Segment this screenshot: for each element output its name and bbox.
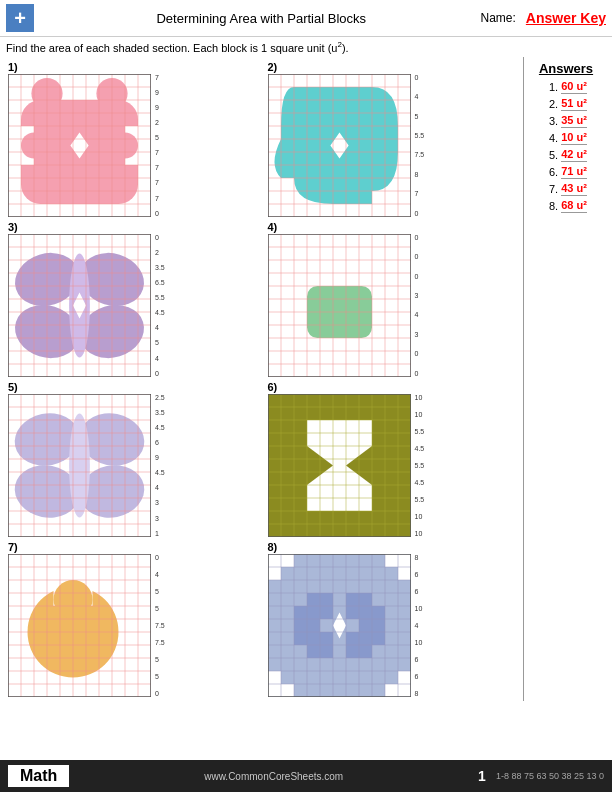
header-name-label: Name: xyxy=(481,11,516,25)
problem-5: 5) 2.53.54.5694.54331 xyxy=(8,381,260,537)
problem-4-numbers: 00034300 xyxy=(413,234,419,377)
answer-number: 8. xyxy=(542,200,558,212)
problem-2: 2) 0455.57.5870 xyxy=(268,61,520,217)
problem-1-label: 1) xyxy=(8,61,260,73)
answer-value: 42 u² xyxy=(561,148,587,162)
answer-number: 5. xyxy=(542,149,558,161)
answer-item: 5. 42 u² xyxy=(542,148,590,162)
problem-1: 1) 7992577770 xyxy=(8,61,260,217)
problem-7-canvas xyxy=(8,554,151,697)
problem-8-label: 8) xyxy=(268,541,520,553)
answer-value: 43 u² xyxy=(561,182,587,196)
answer-value: 71 u² xyxy=(561,165,587,179)
problem-3: 3) 023.56.55.54.54540 xyxy=(8,221,260,377)
problem-4-label: 4) xyxy=(268,221,520,233)
problem-7-numbers: 04557.57.5550 xyxy=(153,554,165,697)
answer-number: 7. xyxy=(542,183,558,195)
problem-1-canvas xyxy=(8,74,151,217)
problem-3-canvas xyxy=(8,234,151,377)
problem-3-label: 3) xyxy=(8,221,260,233)
answer-list: 1. 60 u²2. 51 u²3. 35 u²4. 10 u²5. 42 u²… xyxy=(542,80,590,216)
problem-8-canvas xyxy=(268,554,411,697)
problem-6: 6) 10105.54.55.54.55.51010 xyxy=(268,381,520,537)
answer-number: 2. xyxy=(542,98,558,110)
header-title: Determining Area with Partial Blocks xyxy=(42,11,481,26)
problem-8-numbers: 86610410668 xyxy=(413,554,423,697)
answer-number: 6. xyxy=(542,166,558,178)
answer-key-label: Answer Key xyxy=(526,10,606,26)
problems-grid: 1) 7992577770 2) 0455.57.5870 3) xyxy=(4,57,523,701)
problem-5-numbers: 2.53.54.5694.54331 xyxy=(153,394,165,537)
problem-7: 7) 04557.57.5550 xyxy=(8,541,260,697)
content: 1) 7992577770 2) 0455.57.5870 3) xyxy=(0,57,612,701)
problem-2-canvas xyxy=(268,74,411,217)
answer-number: 1. xyxy=(542,81,558,93)
problem-8: 8) 86610410668 xyxy=(268,541,520,697)
problem-2-label: 2) xyxy=(268,61,520,73)
instructions: Find the area of each shaded section. Ea… xyxy=(0,37,612,57)
answer-value: 60 u² xyxy=(561,80,587,94)
answer-value: 10 u² xyxy=(561,131,587,145)
problem-4: 4) 00034300 xyxy=(268,221,520,377)
problem-6-numbers: 10105.54.55.54.55.51010 xyxy=(413,394,425,537)
answer-number: 3. xyxy=(542,115,558,127)
header-icon xyxy=(6,4,34,32)
answer-item: 1. 60 u² xyxy=(542,80,590,94)
answer-value: 51 u² xyxy=(561,97,587,111)
answer-item: 6. 71 u² xyxy=(542,165,590,179)
answer-panel: Answers 1. 60 u²2. 51 u²3. 35 u²4. 10 u²… xyxy=(523,57,608,701)
answer-number: 4. xyxy=(542,132,558,144)
problem-7-label: 7) xyxy=(8,541,260,553)
header: Determining Area with Partial Blocks Nam… xyxy=(0,0,612,37)
footer-url: www.CommonCoreSheets.com xyxy=(79,771,468,782)
footer: Math www.CommonCoreSheets.com 1 1-8 88 7… xyxy=(0,760,612,792)
problem-5-label: 5) xyxy=(8,381,260,393)
answer-value: 68 u² xyxy=(561,199,587,213)
problem-6-canvas xyxy=(268,394,411,537)
problem-1-numbers: 7992577770 xyxy=(153,74,159,217)
problem-2-numbers: 0455.57.5870 xyxy=(413,74,425,217)
answer-item: 8. 68 u² xyxy=(542,199,590,213)
footer-page: 1 xyxy=(478,768,486,784)
problem-6-label: 6) xyxy=(268,381,520,393)
answer-item: 3. 35 u² xyxy=(542,114,590,128)
answer-item: 2. 51 u² xyxy=(542,97,590,111)
problem-3-numbers: 023.56.55.54.54540 xyxy=(153,234,165,377)
footer-scores: 1-8 88 75 63 50 38 25 13 0 xyxy=(496,771,604,781)
answer-value: 35 u² xyxy=(561,114,587,128)
answers-title: Answers xyxy=(539,61,593,76)
answer-item: 7. 43 u² xyxy=(542,182,590,196)
problem-4-canvas xyxy=(268,234,411,377)
answer-item: 4. 10 u² xyxy=(542,131,590,145)
footer-math-label: Math xyxy=(8,765,69,787)
problem-5-canvas xyxy=(8,394,151,537)
